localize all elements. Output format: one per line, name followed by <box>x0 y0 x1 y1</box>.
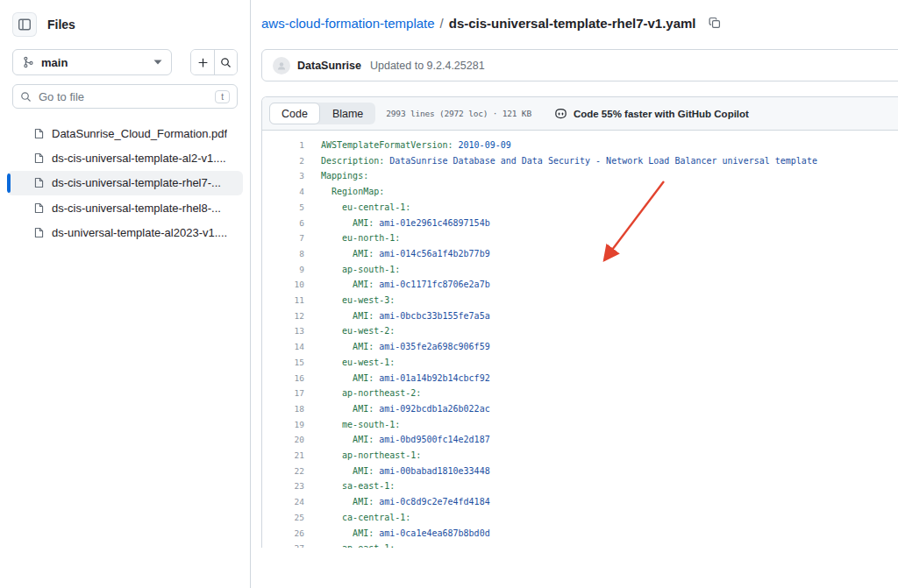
code-line: 15 eu-west-1: <box>262 355 898 371</box>
line-number[interactable]: 2 <box>262 153 306 169</box>
commit-message[interactable]: Updated to 9.2.4.25281 <box>370 60 485 72</box>
code-line: 11 eu-west-3: <box>262 293 898 308</box>
line-number[interactable]: 24 <box>262 494 306 510</box>
code-line: 18 AMI: ami-092bcdb1a26b022ac <box>262 401 898 417</box>
code-line: 17 ap-northeast-2: <box>262 386 898 401</box>
line-number[interactable]: 4 <box>262 184 306 200</box>
line-number[interactable]: 20 <box>262 432 306 448</box>
add-file-button[interactable] <box>191 50 214 74</box>
search-icon <box>20 91 32 103</box>
line-content: AMI: ami-00babad1810e33448 <box>321 464 490 479</box>
line-content: Mappings: <box>321 168 368 184</box>
line-content: AMI: ami-035fe2a698c906f59 <box>321 339 490 355</box>
line-number[interactable]: 21 <box>262 448 306 464</box>
file-icon <box>33 226 45 239</box>
line-number[interactable]: 9 <box>262 262 306 278</box>
line-content: eu-west-2: <box>321 323 395 339</box>
copy-path-button[interactable] <box>709 17 721 29</box>
file-name-label: ds-cis-universal-template-al2-v1.... <box>52 152 226 165</box>
file-tree-item[interactable]: ds-universal-template-al2023-v1.... <box>7 221 243 245</box>
line-number[interactable]: 25 <box>262 510 306 526</box>
line-number[interactable]: 11 <box>262 293 306 308</box>
file-tree-item[interactable]: DataSunrise_Cloud_Formation.pdf <box>7 121 243 145</box>
copilot-promo[interactable]: Code 55% faster with GitHub Copilot <box>554 107 749 120</box>
line-number[interactable]: 6 <box>262 216 306 231</box>
collapse-file-tree-icon <box>18 18 32 32</box>
line-content: eu-north-1: <box>321 230 400 246</box>
line-number[interactable]: 3 <box>262 168 306 184</box>
code-line: 23 sa-east-1: <box>262 478 898 494</box>
search-this-repo-button[interactable] <box>214 50 237 74</box>
file-tree-item[interactable]: ds-cis-universal-template-rhel8-... <box>7 195 243 220</box>
line-number[interactable]: 16 <box>262 371 306 386</box>
code-line: 8 AMI: ami-014c56a1f4b2b77b9 <box>262 246 898 262</box>
tab-code[interactable]: Code <box>269 103 320 124</box>
file-icon <box>33 202 45 215</box>
line-number[interactable]: 5 <box>262 200 306 216</box>
line-number[interactable]: 23 <box>262 478 306 494</box>
collapse-file-tree-button[interactable] <box>12 12 37 37</box>
line-number[interactable]: 15 <box>262 355 306 371</box>
branch-row: main <box>0 40 250 75</box>
line-content: AMI: ami-0bcbc33b155fe7a5a <box>321 308 490 324</box>
code-line: 13 eu-west-2: <box>262 323 898 339</box>
line-number[interactable]: 18 <box>262 401 306 417</box>
line-number[interactable]: 7 <box>262 230 306 246</box>
code-line: 5 eu-central-1: <box>262 200 898 216</box>
line-number[interactable]: 10 <box>262 277 306 293</box>
code-line: 25 ca-central-1: <box>262 510 898 526</box>
line-content: RegionMap: <box>321 184 384 200</box>
line-number[interactable]: 27 <box>262 541 306 548</box>
go-to-file-input[interactable]: Go to file t <box>12 84 238 109</box>
code-line: 26 AMI: ami-0ca1e4ea687b8bd0d <box>262 526 898 542</box>
branch-selector[interactable]: main <box>12 49 172 75</box>
line-number[interactable]: 12 <box>262 308 306 324</box>
line-number[interactable]: 22 <box>262 464 306 479</box>
line-number[interactable]: 26 <box>262 526 306 542</box>
file-tree-sidebar: Files main <box>0 0 251 588</box>
line-number[interactable]: 14 <box>262 339 306 355</box>
line-content: ap-south-1: <box>321 262 400 278</box>
file-name-label: ds-cis-universal-template-rhel7-... <box>52 176 221 189</box>
files-panel-header: Files <box>0 0 250 40</box>
avatar[interactable] <box>273 57 290 74</box>
copilot-icon <box>554 107 567 120</box>
breadcrumb-repo-link[interactable]: aws-cloud-formation-template <box>261 16 435 31</box>
line-content: me-south-1: <box>321 417 400 433</box>
code-line: 9 ap-south-1: <box>262 262 898 278</box>
line-number[interactable]: 1 <box>262 138 306 153</box>
code-line: 16 AMI: ami-01a14b92b14cbcf92 <box>262 371 898 386</box>
file-icon <box>33 176 45 189</box>
line-number[interactable]: 17 <box>262 386 306 401</box>
code-line: 27 ap-east-1: <box>262 541 898 548</box>
line-content: ap-northeast-2: <box>321 386 421 401</box>
file-tree-item[interactable]: ds-cis-universal-template-rhel7-... <box>7 171 243 195</box>
code-toolbar: Code Blame 2993 lines (2972 loc) · 121 K… <box>262 97 898 131</box>
latest-commit-bar[interactable]: DataSunrise Updated to 9.2.4.25281 <box>261 49 898 81</box>
breadcrumb: aws-cloud-formation-template / ds-cis-un… <box>261 12 898 33</box>
line-content: AMI: ami-014c56a1f4b2b77b9 <box>321 246 490 262</box>
code-line: 10 AMI: ami-0c1171fc8706e2a7b <box>262 277 898 293</box>
tab-blame[interactable]: Blame <box>320 103 375 124</box>
line-content: AMI: ami-0c1171fc8706e2a7b <box>321 277 490 293</box>
selected-accent-bar <box>7 174 11 193</box>
file-icon <box>33 127 45 140</box>
file-stats: 2993 lines (2972 loc) · 121 KB <box>386 109 531 118</box>
line-number[interactable]: 13 <box>262 323 306 339</box>
chevron-down-icon <box>153 60 162 65</box>
code-line: 1AWSTemplateFormatVersion: 2010-09-09 <box>262 138 898 153</box>
breadcrumb-separator: / <box>440 16 444 31</box>
commit-author-link[interactable]: DataSunrise <box>297 60 361 72</box>
line-content: AMI: ami-01e2961c46897154b <box>321 216 490 231</box>
code-line: 19 me-south-1: <box>262 417 898 433</box>
org-avatar-icon <box>276 60 287 71</box>
line-number[interactable]: 19 <box>262 417 306 433</box>
line-content: eu-west-3: <box>321 293 395 308</box>
file-tree-item[interactable]: ds-cis-universal-template-al2-v1.... <box>7 145 243 170</box>
line-content: ap-northeast-1: <box>321 448 421 464</box>
code-line: 7 eu-north-1: <box>262 230 898 246</box>
line-number[interactable]: 8 <box>262 246 306 262</box>
code-line: 4 RegionMap: <box>262 184 898 200</box>
go-to-file-placeholder: Go to file <box>39 90 84 103</box>
line-content: AMI: ami-0c8d9c2e7e4fd4184 <box>321 494 490 510</box>
